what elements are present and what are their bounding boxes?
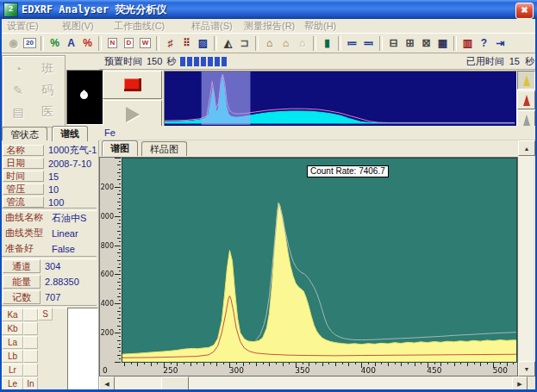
line-label-cell[interactable]: Le	[2, 377, 23, 390]
menu-item-视图V[interactable]: 视图(V)	[62, 20, 94, 33]
row-value: 707	[41, 292, 60, 302]
progress-segment	[194, 57, 199, 66]
time-bar: 预置时间 150 秒 已用时间 15 秒	[99, 53, 537, 70]
smooth-icon[interactable]: ⠿	[178, 35, 195, 52]
progress-segment	[180, 57, 185, 66]
element-library-icon[interactable]: ⌂	[261, 35, 278, 52]
peak-tool-yellow-button[interactable]	[517, 71, 535, 90]
menu-item-设置E[interactable]: 设置(E)	[7, 20, 39, 33]
table-row: 时间15	[0, 170, 98, 183]
line-element-cell[interactable]	[23, 322, 38, 335]
line-element-cell[interactable]	[23, 350, 38, 363]
count-rate-tooltip: Count Rate: 7406.7	[307, 165, 389, 177]
line-label-cell[interactable]: Kb	[2, 322, 23, 335]
element-list-box[interactable]	[67, 308, 98, 391]
scroll-down-button[interactable]: ▼	[518, 361, 535, 376]
table-row: 名称1000充气-1	[0, 144, 98, 157]
tab-管状态[interactable]: 管状态	[2, 127, 47, 141]
elapsed-time-value: 15	[509, 56, 520, 66]
sample-view-window	[66, 70, 103, 125]
tab-样品图[interactable]: 样品图	[141, 141, 187, 156]
progress-segment	[215, 57, 220, 66]
print-preview-icon[interactable]: ⊞	[402, 35, 418, 52]
emission-line-row: Lr	[0, 363, 50, 376]
detector-icon[interactable]: ▮	[319, 35, 335, 52]
table-row: 日期2008-7-10	[0, 157, 98, 170]
close-button[interactable]: ✖	[515, 3, 534, 19]
print-setup-icon[interactable]: ⊠	[418, 35, 434, 52]
selected-element-cell[interactable]: S	[38, 308, 53, 320]
menu-item-帮助H[interactable]: 帮助(H)	[304, 20, 336, 33]
gain-percent-icon[interactable]: %	[47, 35, 63, 52]
save-spectrum-icon[interactable]: W	[137, 35, 153, 52]
window-border-left	[0, 19, 2, 392]
table-row: 管流100	[0, 196, 98, 208]
toolbar-separator	[255, 36, 259, 51]
element-library-alt-icon[interactable]: ⌂	[278, 35, 294, 52]
spectrum-overview-canvas[interactable]	[165, 72, 515, 125]
horizontal-scrollbar[interactable]: ◀ ▶	[99, 376, 528, 390]
peak-tool-red-button[interactable]	[517, 90, 535, 109]
sample-element-bar: Fe	[99, 126, 537, 140]
toolbar-separator	[338, 36, 341, 51]
start-measure-button[interactable]	[103, 100, 162, 128]
row-label: 名称	[3, 145, 44, 156]
spectrum-chart-canvas[interactable]	[100, 158, 517, 376]
row-label: 日期	[3, 158, 44, 169]
line-element-cell[interactable]	[23, 364, 38, 376]
line-element-cell[interactable]	[23, 336, 38, 349]
line-element-cell[interactable]	[23, 308, 38, 321]
calibrate-grid-icon[interactable]: ♯	[162, 35, 178, 52]
spectrum-overview[interactable]	[164, 71, 517, 128]
row-value: 2.88350	[41, 277, 79, 287]
table-row: 记数707	[0, 289, 98, 305]
stop-measure-button[interactable]	[103, 71, 162, 99]
line-label-cell[interactable]: Lb	[2, 350, 23, 363]
exit-icon[interactable]: ⇥	[492, 35, 509, 52]
edxrf-analyser-window: 2 EDXRF Analyser 荧光分析仪 ✖ 设置(E)视图(V)工作曲线(…	[0, 0, 537, 392]
print-icon[interactable]: ⊟	[385, 35, 402, 52]
tab-谱图[interactable]: 谱图	[102, 140, 138, 156]
calculator-icon[interactable]: ▦	[434, 35, 451, 52]
roi-tag-icon[interactable]: ⊐	[236, 35, 253, 52]
delete-spectrum-icon[interactable]: D	[121, 35, 137, 52]
scroll-up-button[interactable]: ▲	[518, 140, 535, 156]
spectrum-window-icon[interactable]: ▨	[195, 35, 211, 52]
preset-time-icon[interactable]: 20	[22, 35, 38, 52]
table-row: 曲线类型Linear	[0, 226, 98, 241]
help-book-icon[interactable]: ▥	[459, 35, 476, 52]
sample-element-label: Fe	[104, 128, 116, 138]
emission-line-row: Kb	[0, 321, 50, 335]
row-label: 记数	[3, 290, 41, 304]
row-label: 准备好	[3, 242, 47, 256]
menu-bar: 设置(E)视图(V)工作曲线(C)样品谱(S)测量报告(R)帮助(H)	[0, 19, 537, 34]
tab-谱线[interactable]: 谱线	[52, 126, 88, 141]
row-value: 10	[44, 184, 59, 195]
auto-gain-icon[interactable]: A	[63, 35, 79, 52]
line-label-cell[interactable]: La	[2, 336, 23, 349]
line-label-cell[interactable]: Lr	[2, 364, 23, 376]
title-bar[interactable]: 2 EDXRF Analyser 荧光分析仪 ✖	[0, 0, 537, 19]
menu-item-工作曲线C[interactable]: 工作曲线(C)	[114, 20, 165, 33]
toolbar-separator	[41, 36, 44, 51]
menu-item-样品谱S[interactable]: 样品谱(S)	[191, 20, 233, 33]
app-icon: 2	[3, 3, 18, 17]
list-settings-icon[interactable]: ≔	[344, 35, 360, 52]
line-label-cell[interactable]: Ka	[2, 308, 23, 321]
toolbar-separator	[156, 36, 159, 51]
main-tab-strip: 谱图样品图	[99, 140, 537, 157]
toolbar-separator	[98, 36, 102, 51]
vertical-scrollbar[interactable]: ▲ ▼	[518, 140, 534, 376]
row-value: 石油中S	[47, 212, 86, 225]
context-help-icon[interactable]: ?	[476, 35, 492, 52]
line-element-cell[interactable]: In	[23, 377, 38, 390]
menu-item-测量报告R[interactable]: 测量报告(R)	[244, 20, 295, 33]
cursor-info-table: 通道304能量2.88350记数707	[0, 258, 98, 305]
row-label: 通道	[3, 259, 41, 273]
play-icon	[126, 107, 140, 122]
new-spectrum-icon[interactable]: N	[104, 35, 121, 52]
ratio-percent-icon[interactable]: %	[79, 35, 96, 52]
list-settings-alt-icon[interactable]: ≕	[360, 35, 377, 52]
peak-identify-icon[interactable]: ◭	[220, 35, 236, 52]
stop-icon	[124, 78, 141, 91]
